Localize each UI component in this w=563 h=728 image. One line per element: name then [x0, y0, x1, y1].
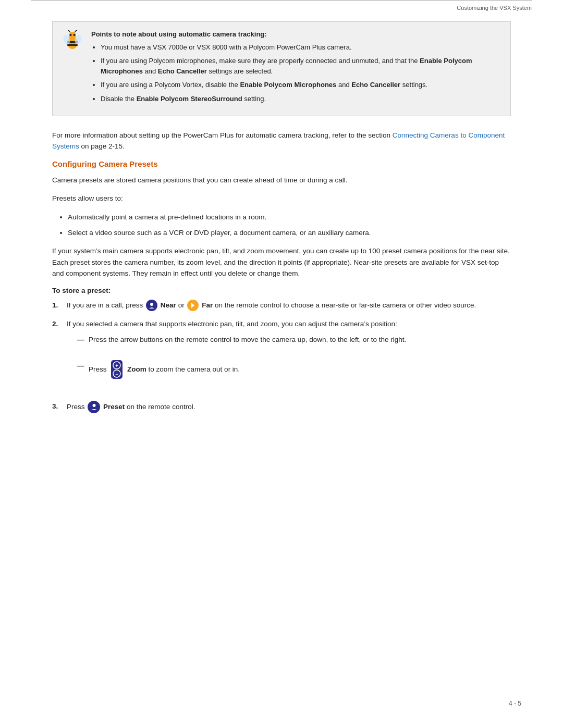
step-2-content: If you selected a camera that supports e…: [67, 318, 511, 393]
header-rule: [31, 0, 532, 1]
dash-1-text: Press the arrow buttons on the remote co…: [89, 334, 511, 346]
warning-icon: [62, 30, 83, 51]
step-2-number: 2.: [52, 318, 63, 393]
feature-bullet-1: Automatically point a camera at pre-defi…: [68, 212, 511, 223]
body-para-3: Presets allow users to:: [52, 193, 511, 204]
note-bullet-1: You must have a VSX 7000e or VSX 8000 wi…: [101, 42, 501, 53]
steps-list: 1. If you are in a call, press Near or: [52, 300, 511, 413]
body-para-4: If your system’s main camera supports el…: [52, 245, 511, 279]
step-3: 3. Press Preset on the remote control.: [52, 401, 511, 413]
note-bullet-list: You must have a VSX 7000e or VSX 8000 wi…: [91, 42, 501, 104]
svg-text:+: +: [116, 363, 118, 368]
note-bullet-2: If you are using Polycom microphones, ma…: [101, 56, 501, 77]
step-1: 1. If you are in a call, press Near or: [52, 300, 511, 311]
chapter-label: Customizing the VSX System: [457, 5, 532, 11]
zoom-remote-icon: + −: [110, 360, 124, 379]
note-box: Points to note about using automatic cam…: [52, 21, 511, 116]
feature-bullet-2: Select a video source such as a VCR or D…: [68, 227, 511, 239]
main-content: Points to note about using automatic cam…: [0, 16, 563, 452]
section-heading-camera-presets: Configuring Camera Presets: [52, 159, 511, 168]
step-1-content: If you are in a call, press Near or: [67, 300, 511, 311]
note-title: Points to note about using automatic cam…: [91, 30, 501, 38]
body-para-2: Camera presets are stored camera positio…: [52, 175, 511, 186]
far-button-icon: [187, 300, 199, 311]
svg-point-18: [92, 404, 95, 407]
dash-item-1: — Press the arrow buttons on the remote …: [77, 334, 511, 346]
svg-point-12: [150, 303, 153, 306]
feature-bullet-list: Automatically point a camera at pre-defi…: [52, 212, 511, 238]
svg-point-5: [74, 34, 76, 36]
dash-list: — Press the arrow buttons on the remote …: [67, 334, 511, 379]
step-3-number: 3.: [52, 401, 63, 413]
note-bullet-4: Disable the Enable Polycom StereoSurroun…: [101, 94, 501, 104]
svg-text:−: −: [116, 372, 118, 377]
sub-heading-store-preset: To store a preset:: [52, 287, 511, 294]
step-1-number: 1.: [52, 300, 63, 311]
note-content: Points to note about using automatic cam…: [91, 30, 501, 107]
preset-button-icon: [88, 401, 100, 413]
header-bar: Customizing the VSX System: [0, 2, 563, 16]
step-2: 2. If you selected a camera that support…: [52, 318, 511, 393]
svg-rect-2: [67, 44, 78, 46]
svg-point-4: [70, 34, 72, 36]
page-container: Customizing the VSX System: [0, 0, 563, 728]
step-3-content: Press Preset on the remote control.: [67, 401, 511, 413]
dash-item-2: — Press +: [77, 360, 511, 379]
note-bullet-3: If you are using a Polycom Vortex, disab…: [101, 80, 501, 90]
dash-2-content: Press +: [89, 360, 511, 379]
near-button-icon: [146, 300, 157, 311]
body-para-1: For more information about setting up th…: [52, 130, 511, 152]
page-footer: 4 - 5: [509, 700, 521, 707]
page-number: 4 - 5: [509, 700, 521, 707]
